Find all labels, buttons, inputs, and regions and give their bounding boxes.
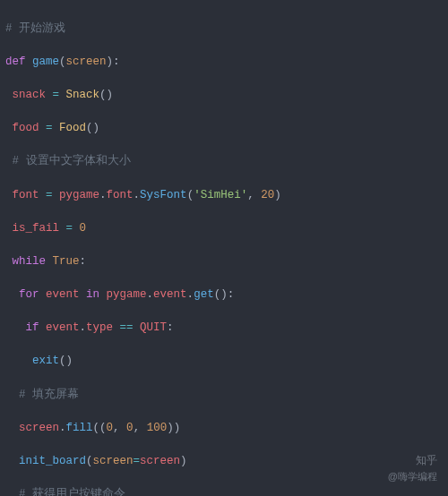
code-line: # 设置中文字体和大小 (5, 153, 443, 170)
code-block: # 开始游戏 def game(screen): snack = Snack()… (0, 0, 448, 496)
code-line: # 填充屏幕 (5, 387, 443, 404)
code-line: for event in pygame.event.get(): (5, 286, 443, 304)
code-line: while True: (5, 253, 443, 270)
watermark: 知乎 @嗨学编程 (388, 452, 437, 485)
code-line: exit() (5, 353, 443, 370)
code-line: screen.fill((0, 0, 100)) (5, 420, 443, 437)
code-line: # 获得用户按键命令 (5, 486, 443, 496)
watermark-line2: @嗨学编程 (388, 468, 437, 485)
code-line: # 开始游戏 (5, 21, 443, 38)
code-line: if event.type == QUIT: (5, 320, 443, 337)
code-line: food = Food() (5, 120, 443, 137)
code-line: snack = Snack() (5, 87, 443, 104)
watermark-line1: 知乎 (388, 452, 437, 469)
code-line: font = pygame.font.SysFont('SimHei', 20) (5, 187, 443, 204)
code-line: is_fail = 0 (5, 220, 443, 237)
code-line: init_board(screen=screen) (5, 453, 443, 470)
code-line: def game(screen): (5, 54, 443, 71)
